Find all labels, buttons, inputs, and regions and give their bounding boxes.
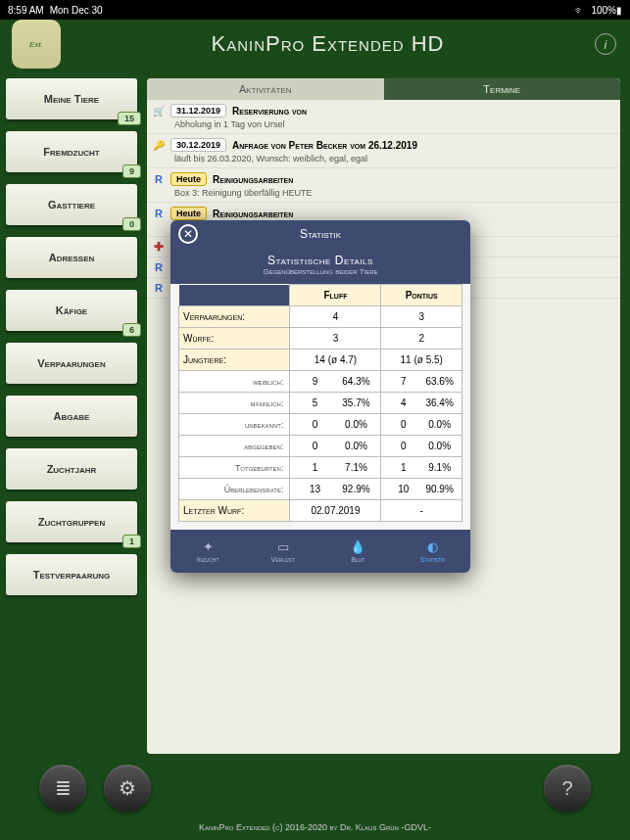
modal-tab-label: Verlust xyxy=(271,556,295,563)
stats-val-b: 00.0% xyxy=(381,414,462,436)
statusbar-date: Mon Dec 30 xyxy=(50,5,103,16)
sidebar-badge: 0 xyxy=(122,217,141,231)
row-icon: R xyxy=(153,173,165,185)
row-title: Anfrage von Peter Becker vom 26.12.2019 xyxy=(232,140,417,151)
modal-tab-bar: ✦Inzucht▭Verlust💧Blut◐Statistik xyxy=(170,530,470,573)
row-title: Reinigungsarbeiten xyxy=(213,174,293,185)
stats-val-b: 00.0% xyxy=(381,436,462,457)
stats-row-label: unbekannt: xyxy=(179,414,290,436)
stats-row-label: Überlebensrate: xyxy=(179,479,290,500)
sidebar-item[interactable]: Fremdzucht9 xyxy=(6,131,137,172)
sidebar-item[interactable]: Testverpaarung xyxy=(6,554,137,595)
row-icon: R xyxy=(153,208,165,219)
stats-col-a: Fluff xyxy=(290,285,381,306)
sidebar-item[interactable]: Abgabe xyxy=(6,396,137,437)
app-title: KaninPro Extended HD xyxy=(61,31,595,57)
modal-tab-label: Statistik xyxy=(420,556,446,563)
modal-tab[interactable]: ▭Verlust xyxy=(246,530,321,573)
row-subtitle: Abholung in 1 Tag von Ursel xyxy=(174,119,614,129)
stats-row-label: Jungtiere: xyxy=(179,350,290,371)
bottom-toolbar: ≣ ⚙ ? xyxy=(0,754,630,822)
stats-val-a: 14 (ø 4.7) xyxy=(290,350,381,371)
sidebar-badge: 9 xyxy=(122,164,141,178)
stats-val-b: 19.1% xyxy=(381,457,462,479)
modal-tab[interactable]: ◐Statistik xyxy=(396,530,471,573)
db-button[interactable]: ≣ xyxy=(39,765,86,812)
sidebar-item[interactable]: Käfige6 xyxy=(6,290,137,331)
modal-header: ✕ Statistik xyxy=(170,220,470,248)
row-subtitle: Box 3: Reinigung überfällig HEUTE xyxy=(174,188,614,198)
close-button[interactable]: ✕ xyxy=(178,224,198,244)
stats-val-a: 02.07.2019 xyxy=(290,500,381,522)
modal-title: Statistische Details xyxy=(170,254,470,267)
sidebar-badge: 1 xyxy=(122,535,141,548)
app-logo: Ext. xyxy=(12,20,61,69)
row-subtitle: läuft bis 26.03.2020, Wunsch: weiblich, … xyxy=(174,154,614,163)
sidebar-item[interactable]: Verpaarungen xyxy=(6,343,137,384)
modal-tab-icon: ▭ xyxy=(277,539,289,554)
stats-val-b: 1090.9% xyxy=(381,479,462,500)
stats-val-b: 436.4% xyxy=(381,393,462,414)
stats-val-b: - xyxy=(381,500,462,522)
stats-val-a: 964.3% xyxy=(290,371,381,393)
stats-val-a: 535.7% xyxy=(290,393,381,414)
list-row[interactable]: 🛒31.12.2019Reservierung vonAbholung in 1… xyxy=(147,100,620,134)
battery-label: 100% xyxy=(591,5,616,16)
sidebar-item[interactable]: Meine Tiere15 xyxy=(6,78,137,119)
row-icon: R xyxy=(153,261,165,273)
stats-row-label: Letzter Wurf: xyxy=(179,500,290,522)
row-date-badge: Heute xyxy=(170,172,207,186)
stats-col-b: Pontius xyxy=(381,285,462,306)
row-icon: 🛒 xyxy=(153,105,165,117)
ios-statusbar: 8:59 AM Mon Dec 30 ᯤ 100% ▮ xyxy=(0,0,630,20)
modal-head-title: Statistik xyxy=(198,227,443,241)
tab-activities[interactable]: Aktivitäten xyxy=(147,78,384,100)
stats-val-a: 1392.9% xyxy=(290,479,381,500)
statusbar-time: 8:59 AM xyxy=(8,5,44,16)
stats-table: Fluff Pontius Verpaarungen:43Würfe:32Jun… xyxy=(178,284,462,522)
modal-tab-icon: ◐ xyxy=(427,539,438,554)
stats-val-a: 17.1% xyxy=(290,457,381,479)
stats-row-label: Totgeburten: xyxy=(179,457,290,479)
sidebar-item[interactable]: Gasttiere0 xyxy=(6,184,137,225)
row-icon: 🔑 xyxy=(153,139,165,151)
stats-val-b: 11 (ø 5.5) xyxy=(381,350,462,371)
sidebar-item[interactable]: Zuchtgruppen1 xyxy=(6,501,137,542)
tab-appointments[interactable]: Termine xyxy=(384,78,621,100)
modal-tab-label: Inzucht xyxy=(197,556,219,563)
stats-val-a: 3 xyxy=(290,328,381,350)
stats-row-label: weiblich: xyxy=(179,371,290,393)
row-title: Reservierung von xyxy=(232,106,307,117)
help-button[interactable]: ? xyxy=(544,765,591,812)
row-date-badge: 30.12.2019 xyxy=(170,138,226,152)
info-button[interactable]: i xyxy=(595,33,616,55)
modal-tab-label: Blut xyxy=(351,556,364,563)
list-row[interactable]: RHeuteReinigungsarbeitenBox 3: Reinigung… xyxy=(147,168,620,203)
sidebar-item[interactable]: Zuchtjahr xyxy=(6,448,137,490)
stats-val-a: 4 xyxy=(290,306,381,328)
sidebar-item[interactable]: Adressen xyxy=(6,237,137,278)
row-icon: R xyxy=(153,282,165,294)
stats-val-b: 3 xyxy=(381,306,462,328)
stats-val-b: 2 xyxy=(381,328,462,350)
row-title: Reinigungsarbeiten xyxy=(213,209,293,219)
stats-val-a: 00.0% xyxy=(290,436,381,457)
tab-bar: Aktivitäten Termine xyxy=(147,78,620,100)
stats-val-b: 763.6% xyxy=(381,371,462,393)
list-row[interactable]: 🔑30.12.2019Anfrage von Peter Becker vom … xyxy=(147,134,620,168)
modal-tab[interactable]: 💧Blut xyxy=(320,530,396,573)
stats-row-label: Würfe: xyxy=(179,328,290,350)
row-icon: ✚ xyxy=(153,241,165,253)
modal-tab[interactable]: ✦Inzucht xyxy=(170,530,246,573)
wifi-icon: ᯤ xyxy=(575,5,585,16)
stats-row-label: Verpaarungen: xyxy=(179,306,290,328)
sidebar-badge: 15 xyxy=(118,112,141,125)
stats-row-label: männlich: xyxy=(179,393,290,414)
settings-button[interactable]: ⚙ xyxy=(104,765,151,812)
row-date-badge: 31.12.2019 xyxy=(170,104,226,117)
row-date-badge: Heute xyxy=(170,207,207,220)
modal-subtitle: Gegenüberstellung beider Tiere xyxy=(170,267,470,276)
statistics-modal: ✕ Statistik Statistische Details Gegenüb… xyxy=(170,220,470,573)
stats-row-label: abgegeben: xyxy=(179,436,290,457)
modal-tab-icon: ✦ xyxy=(203,539,214,554)
